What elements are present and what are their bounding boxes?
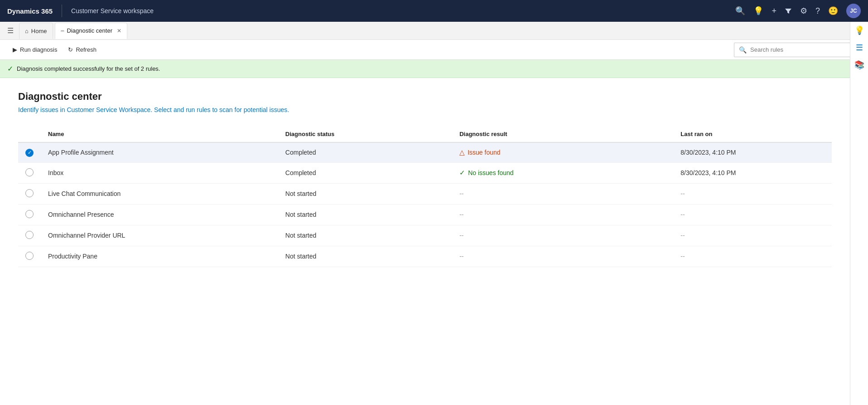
settings-icon[interactable]: ⚙ — [800, 6, 807, 16]
row-status: Completed — [278, 162, 452, 183]
row-name: Omnichannel Presence — [41, 204, 278, 225]
table-row[interactable]: Live Chat CommunicationNot started---- — [18, 183, 832, 204]
col-header-name: Name — [41, 126, 278, 142]
search-rules-input[interactable] — [750, 46, 856, 53]
lightbulb-icon[interactable]: 💡 — [753, 6, 763, 16]
run-diagnosis-button[interactable]: ▶ Run diagnosis — [7, 44, 63, 56]
search-icon[interactable]: 🔍 — [735, 6, 745, 16]
row-result: -- — [452, 225, 673, 246]
table-row[interactable]: InboxCompleted✓No issues found8/30/2023,… — [18, 162, 832, 183]
page-subtitle: Identify issues in Customer Service Work… — [18, 106, 832, 113]
table-header: Name Diagnostic status Diagnostic result… — [18, 126, 832, 142]
issue-found-badge: △Issue found — [459, 148, 666, 156]
table-body: ✓App Profile AssignmentCompleted△Issue f… — [18, 142, 832, 267]
brand-name: Dynamics 365 — [7, 7, 53, 15]
row-status: Completed — [278, 142, 452, 162]
issue-found-label: Issue found — [468, 149, 500, 156]
row-name: Inbox — [41, 162, 278, 183]
top-navigation: Dynamics 365 Customer Service workspace … — [0, 0, 868, 22]
row-status: Not started — [278, 246, 452, 267]
row-checkbox[interactable] — [18, 204, 41, 225]
checkbox-empty-icon — [25, 210, 34, 218]
diagnostics-table: Name Diagnostic status Diagnostic result… — [18, 126, 832, 267]
row-checkbox[interactable] — [18, 246, 41, 267]
help-icon[interactable]: ? — [815, 6, 820, 16]
table-row[interactable]: ✓App Profile AssignmentCompleted△Issue f… — [18, 142, 832, 162]
refresh-button[interactable]: ↻ Refresh — [63, 44, 102, 56]
banner-message: Diagnosis completed successfully for the… — [17, 65, 160, 72]
tab-home[interactable]: ⌂ Home — [19, 23, 53, 39]
checkbox-empty-icon — [25, 231, 34, 239]
row-result: -- — [452, 246, 673, 267]
row-last-ran: -- — [673, 183, 832, 204]
run-diagnosis-label: Run diagnosis — [20, 46, 57, 53]
row-checkbox[interactable] — [18, 183, 41, 204]
row-last-ran: -- — [673, 246, 832, 267]
no-issue-label: No issues found — [468, 169, 513, 176]
right-list-icon[interactable]: ☰ — [856, 43, 863, 53]
checkbox-empty-icon — [25, 189, 34, 197]
smiley-icon[interactable]: 🙂 — [828, 6, 838, 16]
home-icon: ⌂ — [25, 28, 29, 34]
play-icon: ▶ — [13, 46, 17, 53]
app-name: Customer Service workspace — [71, 7, 154, 15]
row-last-ran: 8/30/2023, 4:10 PM — [673, 162, 832, 183]
refresh-icon: ↻ — [68, 46, 73, 53]
search-rules-field[interactable]: 🔍 — [734, 43, 861, 57]
no-result-placeholder: -- — [459, 190, 463, 197]
tab-diagnostic[interactable]: ⎓ Diagnostic center ✕ — [55, 23, 127, 39]
row-result: △Issue found — [452, 142, 673, 162]
col-header-status: Diagnostic status — [278, 126, 452, 142]
tab-bar: ☰ ⌂ Home ⎓ Diagnostic center ✕ — [0, 22, 868, 40]
row-last-ran: 8/30/2023, 4:10 PM — [673, 142, 832, 162]
success-icon: ✓ — [7, 64, 13, 73]
tab-diagnostic-label: Diagnostic center — [67, 27, 112, 34]
tab-home-label: Home — [31, 28, 47, 34]
right-sidebar: 💡 ☰ 📚 — [850, 22, 868, 280]
col-header-checkbox — [18, 126, 41, 142]
no-result-placeholder: -- — [459, 211, 463, 218]
checkbox-empty-icon — [25, 168, 34, 176]
no-result-placeholder: -- — [459, 232, 463, 239]
diagnostic-icon: ⎓ — [61, 27, 64, 34]
row-name: Omnichannel Provider URL — [41, 225, 278, 246]
row-name: App Profile Assignment — [41, 142, 278, 162]
hamburger-button[interactable]: ☰ — [4, 24, 17, 37]
nav-icon-group: 🔍 💡 + ⚙ ? 🙂 JC — [735, 4, 861, 18]
table-row[interactable]: Omnichannel Provider URLNot started---- — [18, 225, 832, 246]
success-banner: ✓ Diagnosis completed successfully for t… — [0, 60, 868, 78]
no-result-placeholder: -- — [459, 253, 463, 260]
row-result: -- — [452, 204, 673, 225]
checkbox-empty-icon — [25, 252, 34, 260]
col-header-result: Diagnostic result — [452, 126, 673, 142]
search-icon: 🔍 — [739, 46, 747, 54]
row-result: ✓No issues found — [452, 162, 673, 183]
row-checkbox[interactable] — [18, 162, 41, 183]
row-checkbox[interactable] — [18, 225, 41, 246]
row-status: Not started — [278, 225, 452, 246]
right-book-icon[interactable]: 📚 — [854, 60, 864, 70]
row-last-ran: -- — [673, 225, 832, 246]
no-issue-badge: ✓No issues found — [459, 169, 666, 177]
nav-divider — [62, 5, 62, 17]
right-lightbulb-icon[interactable]: 💡 — [854, 25, 864, 35]
page-title: Diagnostic center — [18, 91, 832, 102]
row-name: Productivity Pane — [41, 246, 278, 267]
checkbox-checked-icon: ✓ — [25, 149, 34, 157]
row-result: -- — [452, 183, 673, 204]
filter-icon[interactable] — [785, 7, 792, 15]
table-row[interactable]: Productivity PaneNot started---- — [18, 246, 832, 267]
table-row[interactable]: Omnichannel PresenceNot started---- — [18, 204, 832, 225]
main-content: Diagnostic center Identify issues in Cus… — [0, 78, 850, 280]
user-avatar[interactable]: JC — [846, 4, 861, 18]
refresh-label: Refresh — [76, 46, 96, 53]
row-status: Not started — [278, 183, 452, 204]
add-icon[interactable]: + — [772, 6, 776, 16]
row-last-ran: -- — [673, 204, 832, 225]
tab-close-button[interactable]: ✕ — [117, 28, 121, 34]
row-checkbox[interactable]: ✓ — [18, 142, 41, 162]
row-status: Not started — [278, 204, 452, 225]
row-name: Live Chat Communication — [41, 183, 278, 204]
col-header-lastran: Last ran on — [673, 126, 832, 142]
ok-icon: ✓ — [459, 169, 465, 177]
